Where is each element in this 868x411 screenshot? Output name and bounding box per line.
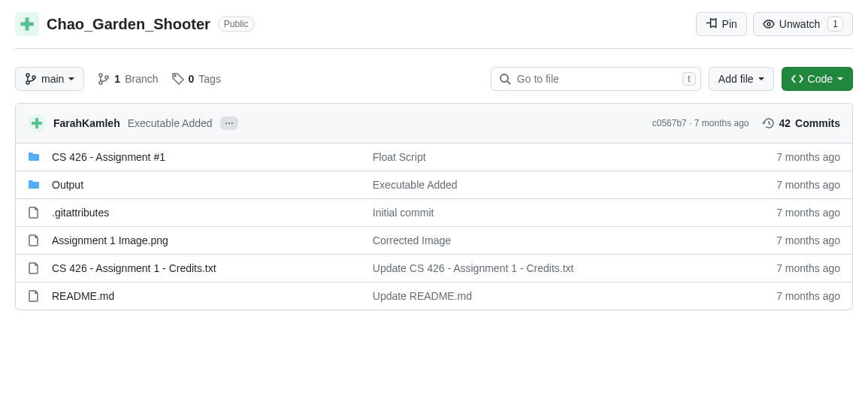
file-time: 7 months ago <box>776 234 840 246</box>
file-time: 7 months ago <box>776 262 840 274</box>
svg-point-9 <box>174 75 176 77</box>
svg-point-13 <box>225 122 227 124</box>
file-time: 7 months ago <box>776 151 840 163</box>
add-file-label: Add file <box>718 73 754 85</box>
repo-header: Chao_Garden_Shooter Public Pin Unwatch 1 <box>15 12 853 49</box>
repo-toolbar: main 1 Branch 0 Tags t Add file <box>15 67 853 91</box>
code-label: Code <box>808 73 833 85</box>
svg-rect-1 <box>20 23 34 26</box>
svg-point-15 <box>231 122 232 124</box>
file-commit-message[interactable]: Corrected Image <box>373 234 764 246</box>
file-name[interactable]: .gitattributes <box>52 207 361 219</box>
file-search[interactable]: t <box>491 67 701 91</box>
file-row: .gitattributesInitial commit7 months ago <box>16 199 852 227</box>
folder-icon <box>28 151 40 163</box>
pin-icon <box>706 18 718 30</box>
caret-down-icon <box>68 77 74 80</box>
branches-label: Branch <box>125 73 158 85</box>
file-icon <box>28 234 40 246</box>
repo-avatar <box>15 12 39 36</box>
file-time: 7 months ago <box>776 179 840 191</box>
folder-icon <box>28 179 40 191</box>
file-name[interactable]: Output <box>52 179 361 191</box>
eye-icon <box>763 18 775 30</box>
file-commit-message[interactable]: Update README.md <box>373 290 764 302</box>
unwatch-button[interactable]: Unwatch 1 <box>753 12 853 36</box>
code-button[interactable]: Code <box>782 67 853 91</box>
branches-count: 1 <box>114 73 120 85</box>
file-commit-message[interactable]: Float Script <box>373 151 764 163</box>
file-listing: FarahKamleh Executable Added c0567b7 · 7… <box>15 103 853 310</box>
commit-message[interactable]: Executable Added <box>128 117 213 129</box>
file-commit-message[interactable]: Executable Added <box>373 179 764 191</box>
svg-point-10 <box>501 74 508 82</box>
tag-icon <box>172 73 184 85</box>
svg-point-14 <box>228 122 229 124</box>
pin-label: Pin <box>722 18 737 30</box>
file-name[interactable]: CS 426 - Assignment #1 <box>52 151 361 163</box>
file-icon <box>28 207 40 219</box>
commits-count: 42 <box>779 117 791 129</box>
branch-icon <box>98 73 110 85</box>
ellipsis-icon <box>225 119 234 128</box>
code-icon <box>791 73 803 85</box>
file-row: CS 426 - Assignment #1Float Script7 mont… <box>16 144 852 171</box>
file-icon <box>28 290 40 302</box>
visibility-badge: Public <box>218 17 255 32</box>
tags-label: Tags <box>198 73 221 85</box>
commit-hash[interactable]: c0567b7 <box>652 118 687 128</box>
history-icon <box>763 117 775 129</box>
commit-expand-button[interactable] <box>220 116 238 130</box>
svg-point-3 <box>26 74 29 77</box>
file-row: README.mdUpdate README.md7 months ago <box>16 283 852 310</box>
file-row: CS 426 - Assignment 1 - Credits.txtUpdat… <box>16 255 852 283</box>
file-name[interactable]: Assignment 1 Image.png <box>52 234 361 246</box>
unwatch-label: Unwatch <box>779 18 820 30</box>
commit-author[interactable]: FarahKamleh <box>53 117 120 129</box>
file-time: 7 months ago <box>776 207 840 219</box>
svg-point-2 <box>767 23 770 26</box>
pin-button[interactable]: Pin <box>696 12 747 36</box>
branch-icon <box>25 73 37 85</box>
file-time: 7 months ago <box>776 290 840 302</box>
commits-label: Commits <box>795 117 840 129</box>
branches-link[interactable]: 1 Branch <box>98 73 158 85</box>
repo-name[interactable]: Chao_Garden_Shooter <box>47 16 210 33</box>
svg-rect-12 <box>32 122 42 125</box>
file-name[interactable]: README.md <box>52 290 361 302</box>
branch-name: main <box>41 73 64 85</box>
commit-meta: c0567b7 · 7 months ago <box>652 118 749 128</box>
watch-count: 1 <box>827 17 843 32</box>
tags-count: 0 <box>189 73 195 85</box>
svg-point-6 <box>99 74 102 77</box>
commits-link[interactable]: 42 Commits <box>763 117 840 129</box>
caret-down-icon <box>837 77 843 80</box>
file-name[interactable]: CS 426 - Assignment 1 - Credits.txt <box>52 262 361 274</box>
svg-point-5 <box>32 76 35 79</box>
svg-point-7 <box>99 81 102 84</box>
latest-commit-bar: FarahKamleh Executable Added c0567b7 · 7… <box>16 104 852 144</box>
commit-time: 7 months ago <box>694 118 749 128</box>
file-commit-message[interactable]: Initial commit <box>373 207 764 219</box>
caret-down-icon <box>758 77 764 80</box>
file-search-input[interactable] <box>511 73 682 85</box>
file-row: Assignment 1 Image.pngCorrected Image7 m… <box>16 227 852 255</box>
svg-point-8 <box>105 76 108 79</box>
add-file-button[interactable]: Add file <box>709 67 774 91</box>
svg-point-4 <box>26 81 29 84</box>
file-commit-message[interactable]: Update CS 426 - Assignment 1 - Credits.t… <box>373 262 764 274</box>
tags-link[interactable]: 0 Tags <box>172 73 221 85</box>
author-avatar[interactable] <box>28 114 46 132</box>
search-shortcut: t <box>682 72 696 86</box>
branch-selector[interactable]: main <box>15 67 84 91</box>
search-icon <box>499 73 511 85</box>
file-row: OutputExecutable Added7 months ago <box>16 171 852 199</box>
file-icon <box>28 262 40 274</box>
